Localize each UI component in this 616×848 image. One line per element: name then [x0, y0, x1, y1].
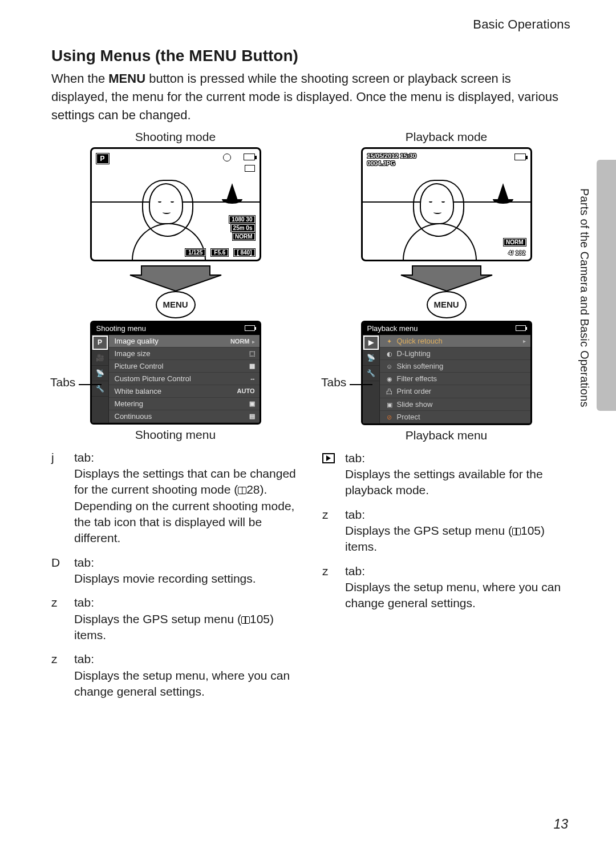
- tab-head: tab:: [345, 451, 365, 465]
- play-icon: [322, 453, 335, 463]
- tab-symbol: z: [322, 563, 345, 612]
- shooting-menu-screen: Shooting menu P 🎥 📡 🔧 Image qualityNORM▸…: [90, 321, 261, 425]
- tab-desc-item: z tab:Displays the GPS setup menu (105) …: [322, 507, 570, 555]
- playback-count: 4/ 132: [508, 249, 526, 256]
- tab-head: tab:: [74, 596, 94, 609]
- menu-item[interactable]: Custom Picture Control--: [109, 373, 260, 385]
- tab-gps-icon[interactable]: 📡: [92, 366, 108, 381]
- menu-item[interactable]: Continuous▤: [109, 410, 260, 423]
- tab-head: tab:: [74, 652, 94, 665]
- menu-item[interactable]: ⊘Protect: [380, 411, 530, 423]
- tab-symbol: j: [51, 450, 74, 547]
- page-ref: 105: [250, 612, 270, 625]
- playback-column: Playback mode 15/05/2012 15:300004.JPG N…: [322, 130, 570, 708]
- tab-symbol: z: [51, 651, 74, 700]
- lcd-shutter: 1/125: [185, 249, 205, 256]
- shooting-menu-items: Image qualityNORM▸ Image size⬚ Picture C…: [109, 335, 260, 423]
- menu-item[interactable]: 凸Print order: [380, 385, 530, 398]
- menu-item[interactable]: ✦Quick retouch▸: [380, 335, 530, 348]
- page-title: Using Menus (the MENU Button): [51, 47, 570, 65]
- playback-mode-label: Playback mode: [322, 130, 570, 144]
- lcd-rectime: 25m 0s: [231, 224, 255, 232]
- playback-lcd: 15/05/2012 15:300004.JPG NORM 4/ 132: [361, 147, 532, 261]
- menu-item[interactable]: ☺Skin softening: [380, 360, 530, 373]
- record-dot-icon: [223, 154, 231, 161]
- menu-item[interactable]: ▣Slide show: [380, 398, 530, 411]
- playback-menu-screen: Playback menu ▶ 📡 🔧 ✦Quick retouch▸ ◐D-L…: [361, 321, 532, 425]
- shooting-tabs-desc: j tab:Displays the settings that can be …: [51, 450, 299, 700]
- intro-a: When the: [51, 71, 108, 86]
- tabs-callout-label: Tabs: [321, 375, 346, 389]
- tabs-callout-label: Tabs: [50, 375, 75, 389]
- battery-icon: [516, 325, 526, 331]
- playback-norm: NORM: [504, 239, 526, 246]
- lcd-bottom-bar: 1/125 F5.6 [ 840]: [120, 249, 255, 256]
- battery-icon: [244, 154, 255, 160]
- tab-body: Displays the setup menu, where you can c…: [74, 669, 290, 698]
- tab-body: Displays movie recording settings.: [74, 572, 256, 585]
- bracket-icon: [245, 165, 255, 172]
- tab-desc-item: tab:Displays the settings available for …: [322, 450, 570, 499]
- menu-item[interactable]: Image qualityNORM▸: [109, 335, 260, 348]
- playback-tabs-desc: tab:Displays the settings available for …: [322, 450, 570, 612]
- shooting-column: Shooting mode P 1080 30 25m 0s NORM: [51, 130, 299, 708]
- playback-menu-items: ✦Quick retouch▸ ◐D-Lighting ☺Skin soften…: [380, 335, 530, 423]
- menu-item[interactable]: White balanceAUTO: [109, 385, 260, 398]
- tab-symbol: z: [51, 595, 74, 643]
- title-menu-word: MENU: [189, 47, 237, 64]
- tab-desc-item: z tab:Displays the setup menu, where you…: [51, 651, 299, 700]
- tab-symbol: z: [322, 507, 345, 555]
- tab-desc-item: D tab:Displays movie recording settings.: [51, 555, 299, 587]
- tab-body: Displays the setup menu, where you can c…: [345, 580, 561, 609]
- page-number: 13: [553, 817, 568, 832]
- menu-item[interactable]: Image size⬚: [109, 348, 260, 360]
- side-section-label: Parts of the Camera and Basic Operations: [578, 188, 591, 407]
- tab-head: tab:: [74, 451, 94, 464]
- tabs-callout-line: [350, 384, 372, 385]
- page-ref: 28: [246, 483, 260, 496]
- menu-item[interactable]: Metering▣: [109, 398, 260, 410]
- intro-paragraph: When the MENU button is pressed while th…: [51, 70, 570, 124]
- book-ref-icon: [241, 616, 250, 624]
- playback-menu-label: Playback menu: [361, 429, 532, 442]
- menu-item[interactable]: ◉Filter effects: [380, 373, 530, 385]
- tab-gps-icon[interactable]: 📡: [363, 350, 379, 366]
- tab-desc-item: z tab:Displays the setup menu, where you…: [322, 563, 570, 612]
- intro-menu-word: MENU: [108, 71, 145, 86]
- illustration: [92, 149, 260, 260]
- side-thumb-tab: [597, 160, 616, 411]
- tab-shooting-icon[interactable]: P: [92, 335, 108, 350]
- arrow-to-menu: MENU: [361, 263, 532, 318]
- tab-setup-icon[interactable]: 🔧: [363, 366, 379, 381]
- playback-timestamp: 15/05/2012 15:300004.JPG: [367, 152, 416, 167]
- menu-item[interactable]: Picture Control▦: [109, 360, 260, 373]
- tab-head: tab:: [74, 556, 94, 569]
- battery-icon: [245, 325, 255, 331]
- lcd-resolution: 1080 30: [229, 216, 254, 223]
- tab-desc-item: j tab:Displays the settings that can be …: [51, 450, 299, 547]
- book-ref-icon: [512, 528, 521, 535]
- tabs-callout-line: [79, 384, 102, 385]
- menu-tabs-column: P 🎥 📡 🔧: [92, 335, 109, 423]
- book-ref-icon: [238, 487, 246, 494]
- tab-body: Displays the settings available for the …: [345, 467, 543, 496]
- lcd-aperture: F5.6: [211, 249, 228, 256]
- tab-symbol: D: [51, 555, 74, 587]
- menu-tabs-column: ▶ 📡 🔧: [363, 335, 380, 423]
- shooting-menu-title: Shooting menu: [96, 324, 146, 333]
- battery-icon: [514, 154, 526, 160]
- arrow-to-menu: MENU: [90, 263, 261, 318]
- section-header: Basic Operations: [51, 17, 570, 32]
- tab-movie-icon[interactable]: 🎥: [92, 350, 108, 366]
- menu-item[interactable]: ◐D-Lighting: [380, 348, 530, 360]
- title-pre: Using Menus (the: [51, 47, 189, 64]
- menu-button[interactable]: MENU: [156, 291, 196, 318]
- tab-head: tab:: [345, 564, 365, 578]
- tab-body: Displays the GPS setup menu (: [345, 524, 512, 537]
- lcd-right-stack: 1080 30 25m 0s NORM: [229, 215, 254, 240]
- tab-playback-icon[interactable]: ▶: [363, 335, 379, 350]
- playback-menu-title: Playback menu: [367, 324, 418, 333]
- tab-head: tab:: [345, 508, 365, 521]
- tab-body: Displays the GPS setup menu (: [74, 612, 241, 625]
- menu-button[interactable]: MENU: [427, 291, 467, 318]
